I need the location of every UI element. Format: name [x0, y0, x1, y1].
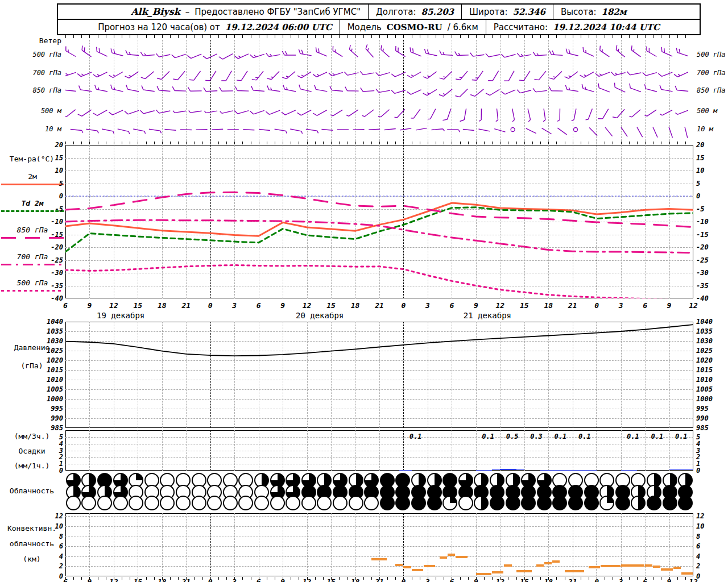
wind-barb-icon — [611, 69, 626, 76]
wind-barb-icon — [428, 108, 436, 120]
convective-cloud-bar — [645, 564, 652, 567]
header-separator — [340, 20, 340, 34]
cloud-cover-icon — [380, 496, 395, 510]
wind-barb-glyph — [234, 51, 249, 60]
wind-barb-icon — [595, 69, 610, 77]
wind-barb-glyph — [595, 69, 610, 77]
precip-3h-value: 0.5 — [506, 433, 519, 440]
wind-barb-icon — [205, 69, 216, 82]
wind-barb-icon — [259, 129, 270, 130]
wind-barb-glyph — [234, 107, 249, 114]
latitude-value: 52.346 — [513, 7, 545, 17]
altitude-value: 182м — [601, 7, 626, 17]
wind-barb-glyph — [424, 49, 438, 56]
wind-barb-glyph — [627, 69, 641, 75]
wind-barb-icon — [432, 128, 445, 132]
wind-barb-glyph — [331, 46, 345, 57]
convective-cloud-bar — [440, 556, 447, 559]
wind-barb-icon — [346, 108, 358, 117]
wind-barb-glyph — [470, 86, 483, 98]
cloud-cover-icon — [286, 496, 300, 510]
value-gridline — [65, 464, 693, 464]
wind-barb-icon — [313, 69, 327, 78]
wind-barb-icon — [250, 107, 264, 115]
wind-barb-glyph — [565, 68, 578, 80]
hour-label-top: 0 — [594, 301, 599, 310]
wind-barb-icon — [630, 45, 643, 57]
cloud-cover-icon — [333, 496, 348, 510]
wind-barb-glyph — [297, 68, 311, 79]
wind-barb-icon — [86, 129, 99, 133]
wind-barb-glyph — [621, 127, 627, 137]
conv-ytick-left: 10 — [36, 523, 63, 530]
wind-barb-glyph — [613, 83, 627, 92]
wind-barb-icon — [345, 69, 359, 76]
conv-ytick-left: 2 — [36, 563, 63, 569]
wind-barb-icon — [109, 68, 123, 78]
wind-barb-glyph — [313, 106, 326, 117]
wind-barb-glyph — [394, 46, 407, 57]
wind-barb-icon — [157, 69, 169, 81]
wind-barb-icon — [674, 69, 688, 78]
temp-ytick-left: 20 — [36, 142, 63, 148]
pressure-ytick-left: 1035 — [36, 328, 63, 335]
latitude-label: Широта: — [469, 7, 507, 17]
temp-ytick-left: -40 — [36, 295, 63, 302]
temp-ytick-right: -40 — [696, 295, 725, 302]
wind-barb-glyph — [321, 130, 333, 131]
wind-barb-icon — [486, 51, 500, 57]
wind-barb-icon — [204, 87, 217, 92]
pressure-ytick-right: 995 — [696, 405, 725, 412]
wind-barb-glyph — [125, 107, 139, 115]
precip-ytick-right: 1 — [696, 460, 725, 467]
wind-barb-glyph — [156, 51, 170, 57]
cloud-cover-icon — [81, 496, 96, 510]
precip-3h-value: 0.1 — [675, 433, 688, 440]
wind-barb-icon — [369, 129, 380, 130]
wind-calm-icon — [574, 128, 578, 132]
cloud-cover-icon — [442, 496, 457, 510]
wind-barb-glyph — [432, 128, 445, 132]
wind-barb-glyph — [494, 129, 505, 132]
wind-barb-icon — [361, 87, 374, 92]
wind-barb-glyph — [565, 49, 580, 56]
wind-barb-glyph — [504, 69, 514, 82]
wind-level-label-left: 700 гПа — [17, 69, 61, 77]
pressure-ytick-right: 1025 — [696, 347, 725, 354]
wind-barb-glyph — [219, 50, 233, 60]
wind-barb-icon — [460, 108, 466, 122]
cloud-cover-icon — [631, 496, 646, 510]
wind-barb-glyph — [315, 47, 329, 56]
cloud-cover-icon — [427, 496, 442, 510]
wind-barb-glyph — [126, 85, 140, 92]
wind-barb-glyph — [180, 130, 192, 130]
precip-bar — [516, 469, 524, 470]
wind-barb-icon — [305, 129, 318, 133]
wind-barb-glyph — [533, 86, 547, 92]
precip-ytick-right: 5 — [696, 434, 725, 440]
cloud-cover-icon — [317, 496, 332, 510]
precip-3h-value: 0.3 — [530, 433, 543, 440]
wind-barb-glyph — [220, 109, 233, 114]
pressure-ytick-right: 1020 — [696, 357, 725, 364]
wind-barb-glyph — [140, 107, 155, 114]
wind-barb-icon — [282, 51, 296, 55]
wind-barb-icon — [526, 109, 531, 122]
wind-barb-icon — [329, 69, 343, 77]
wind-barb-icon — [675, 86, 689, 91]
wind-barb-glyph — [93, 106, 107, 117]
wind-barb-icon — [391, 86, 406, 94]
wind-barb-icon — [140, 51, 155, 56]
wind-barb-glyph — [674, 69, 688, 78]
wind-barb-glyph — [172, 86, 186, 91]
wind-barb-glyph — [378, 108, 390, 118]
precip-ytick-right: 2 — [696, 454, 725, 460]
header-box: Alk_Biysk – Предоставлено ФГБУ "ЗапСиб У… — [57, 3, 701, 35]
wind-barb-icon — [488, 69, 498, 82]
wind-barb-glyph — [549, 51, 562, 56]
wind-barb-glyph — [267, 85, 281, 91]
hour-label-top: 12 — [109, 301, 118, 310]
precip-3h-value: 0.1 — [555, 433, 567, 440]
wind-barb-icon — [470, 86, 483, 98]
wind-barb-icon — [376, 69, 390, 76]
